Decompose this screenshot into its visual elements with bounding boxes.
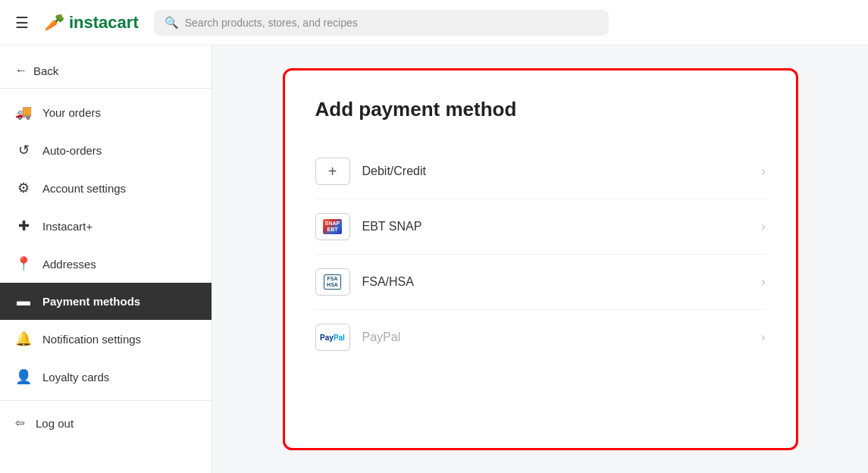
sidebar-divider [0, 400, 212, 401]
debit-credit-icon: + [315, 158, 350, 185]
sidebar-item-instacart-plus[interactable]: ✚ Instacart+ [0, 207, 212, 245]
payment-card: Add payment method + Debit/Credit › SNAP… [283, 68, 798, 450]
header: ☰ 🥕 instacart 🔍 Search products, stores,… [0, 0, 868, 45]
content-area: Add payment method + Debit/Credit › SNAP… [212, 45, 868, 473]
payment-option-fsa-hsa[interactable]: FSAHSA FSA/HSA › [315, 255, 766, 310]
search-placeholder: Search products, stores, and recipes [185, 17, 358, 29]
chevron-right-icon: › [761, 220, 765, 233]
page-title: Add payment method [315, 98, 766, 121]
paypal-badge: PayPal [320, 334, 345, 342]
payment-option-ebt-snap[interactable]: SNAPEBT EBT SNAP › [315, 199, 766, 255]
back-button[interactable]: ← Back [0, 53, 212, 89]
logo-text: instacart [69, 13, 139, 33]
payment-left: PayPal PayPal [315, 324, 401, 351]
logout-label: Log out [36, 417, 74, 430]
search-bar[interactable]: 🔍 Search products, stores, and recipes [154, 10, 609, 36]
sidebar-item-label: Your orders [42, 106, 101, 119]
location-icon: 📍 [15, 255, 32, 272]
sidebar-item-account-settings[interactable]: ⚙ Account settings [0, 169, 212, 207]
sidebar-item-label: Instacart+ [42, 220, 92, 233]
sidebar-item-auto-orders[interactable]: ↺ Auto-orders [0, 131, 212, 169]
logo[interactable]: 🥕 instacart [44, 13, 139, 33]
sidebar-item-notification-settings[interactable]: 🔔 Notification settings [0, 320, 212, 358]
sidebar-item-label: Notification settings [42, 333, 141, 346]
auto-orders-icon: ↺ [15, 142, 32, 158]
sidebar-item-label: Auto-orders [42, 144, 102, 157]
payment-left: FSAHSA FSA/HSA [315, 268, 414, 296]
sidebar-item-addresses[interactable]: 📍 Addresses [0, 245, 212, 283]
paypal-icon: PayPal [315, 324, 350, 351]
logout-icon: ⇦ [15, 416, 25, 430]
payment-option-paypal[interactable]: PayPal PayPal › [315, 310, 766, 365]
fsa-badge: FSAHSA [324, 274, 341, 290]
sidebar-item-label: Loyalty cards [42, 371, 109, 384]
chevron-right-icon: › [761, 164, 765, 178]
loyalty-icon: 👤 [15, 368, 32, 385]
payment-left: + Debit/Credit [315, 158, 426, 185]
logout-button[interactable]: ⇦ Log out [0, 406, 212, 440]
sidebar: ← Back 🚚 Your orders ↺ Auto-orders ⚙ Acc… [0, 45, 212, 473]
paypal-label: PayPal [362, 330, 401, 344]
sidebar-item-loyalty-cards[interactable]: 👤 Loyalty cards [0, 358, 212, 396]
debit-credit-label: Debit/Credit [362, 164, 426, 178]
ebt-badge: SNAPEBT [323, 219, 342, 233]
back-label: Back [33, 64, 58, 77]
ebt-icon: SNAPEBT [315, 213, 350, 240]
hamburger-icon[interactable]: ☰ [15, 14, 29, 32]
sidebar-item-your-orders[interactable]: 🚚 Your orders [0, 93, 212, 131]
chevron-right-icon: › [761, 330, 765, 344]
main-layout: ← Back 🚚 Your orders ↺ Auto-orders ⚙ Acc… [0, 45, 868, 473]
ebt-snap-label: EBT SNAP [362, 220, 422, 233]
orders-icon: 🚚 [15, 104, 32, 121]
search-icon: 🔍 [165, 16, 179, 30]
payment-left: SNAPEBT EBT SNAP [315, 213, 422, 240]
chevron-right-icon: › [761, 275, 765, 289]
fsa-icon: FSAHSA [315, 268, 350, 296]
plus-badge-icon: ✚ [15, 218, 32, 234]
sidebar-item-label: Addresses [42, 258, 96, 271]
payment-option-debit-credit[interactable]: + Debit/Credit › [315, 144, 766, 199]
back-arrow-icon: ← [15, 64, 27, 77]
sidebar-item-label: Payment methods [42, 295, 140, 308]
fsa-hsa-label: FSA/HSA [362, 275, 414, 289]
payment-icon: ▬ [15, 293, 32, 309]
carrot-icon: 🥕 [44, 13, 64, 33]
sidebar-item-payment-methods[interactable]: ▬ Payment methods [0, 283, 212, 320]
sidebar-item-label: Account settings [42, 182, 126, 195]
settings-icon: ⚙ [15, 180, 32, 196]
notification-icon: 🔔 [15, 330, 32, 347]
